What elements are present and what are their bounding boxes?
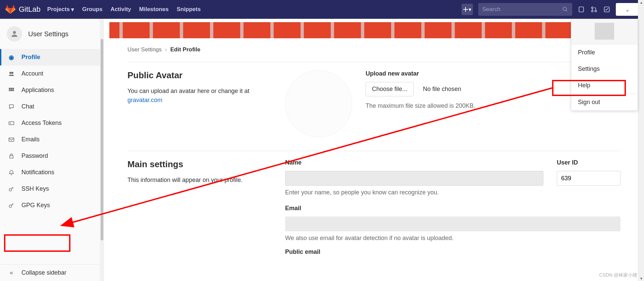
todos-icon[interactable] <box>603 6 610 13</box>
breadcrumb-current: Edit Profile <box>170 46 201 53</box>
merge-requests-icon[interactable] <box>590 6 598 13</box>
new-dropdown-button[interactable]: ▾ <box>462 4 473 15</box>
dropdown-help[interactable]: Help <box>571 77 638 94</box>
email-label: Email <box>285 205 621 212</box>
sidebar-item-access-tokens[interactable]: Access Tokens <box>0 115 104 131</box>
divider <box>127 62 621 62</box>
user-avatar-thumb <box>595 23 614 40</box>
collapse-icon: « <box>8 270 15 276</box>
svg-rect-12 <box>9 89 11 91</box>
svg-rect-14 <box>12 89 14 91</box>
lock-icon <box>8 153 15 159</box>
nav-snippets[interactable]: Snippets <box>177 6 201 13</box>
token-icon <box>8 120 15 127</box>
choose-file-button[interactable]: Choose file... <box>366 82 414 96</box>
name-help: Enter your name, so people you know can … <box>285 189 543 196</box>
sidebar-item-chat[interactable]: Chat <box>0 98 104 115</box>
file-status: No file chosen <box>423 86 461 93</box>
svg-point-0 <box>563 7 567 11</box>
chat-icon <box>8 103 15 110</box>
dropdown-profile[interactable]: Profile <box>571 44 638 61</box>
profile-icon: ◉ <box>8 54 15 61</box>
top-navbar: GitLab Projects ▾ Groups Activity Milest… <box>0 0 644 19</box>
public-email-label: Public email <box>285 248 621 255</box>
key-icon <box>8 186 15 192</box>
chevron-down-icon: ▾ <box>71 6 74 13</box>
search-input[interactable] <box>482 6 562 13</box>
email-field[interactable] <box>285 217 621 231</box>
name-field[interactable] <box>285 171 543 186</box>
svg-point-6 <box>13 31 16 34</box>
dropdown-settings[interactable]: Settings <box>571 61 638 77</box>
svg-rect-17 <box>9 138 14 141</box>
userid-label: User ID <box>557 159 621 166</box>
broadcast-banner <box>109 22 639 38</box>
main-content: User Settings › Edit Profile Public Avat… <box>104 19 644 281</box>
user-dropdown-menu: Profile Settings Help Sign out <box>571 19 638 111</box>
apps-icon <box>8 87 15 94</box>
issues-icon[interactable] <box>578 6 585 13</box>
svg-rect-9 <box>9 88 11 89</box>
sidebar-item-applications[interactable]: Applications <box>0 82 104 98</box>
email-help: We also use email for avatar detection i… <box>285 235 621 242</box>
svg-point-4 <box>595 10 597 12</box>
sidebar-item-emails[interactable]: Emails <box>0 131 104 148</box>
userid-field[interactable] <box>557 171 621 186</box>
nav-projects[interactable]: Projects ▾ <box>47 6 74 13</box>
mail-icon <box>8 136 15 143</box>
public-avatar-title: Public Avatar <box>127 70 272 81</box>
sidebar-item-gpg-keys[interactable]: GPG Keys <box>0 197 104 214</box>
breadcrumb-separator: › <box>165 46 167 53</box>
sidebar-item-ssh-keys[interactable]: SSH Keys <box>0 181 104 197</box>
svg-point-2 <box>592 7 593 9</box>
svg-rect-13 <box>11 89 12 91</box>
sidebar-item-profile[interactable]: ◉Profile <box>0 49 104 65</box>
watermark: CSDN @林家小猪 <box>599 272 637 278</box>
sidebar-title: User Settings <box>28 30 68 38</box>
sidebar-scrollbar[interactable] <box>100 19 104 281</box>
breadcrumb: User Settings › Edit Profile <box>127 46 621 53</box>
account-icon <box>8 71 15 77</box>
dropdown-signout[interactable]: Sign out <box>571 94 638 110</box>
sidebar-item-notifications[interactable]: Notifications <box>0 164 104 181</box>
brand-name: GitLab <box>19 5 41 14</box>
svg-point-8 <box>11 72 13 74</box>
key-icon <box>8 202 15 209</box>
nav-activity[interactable]: Activity <box>110 6 131 13</box>
search-icon <box>562 6 568 12</box>
primary-nav: Projects ▾ Groups Activity Milestones Sn… <box>47 6 462 13</box>
nav-groups[interactable]: Groups <box>82 6 102 13</box>
name-label: Name <box>285 159 543 166</box>
collapse-sidebar[interactable]: «Collapse sidebar <box>0 264 104 281</box>
settings-sidebar: User Settings ◉Profile Account Applicati… <box>0 19 104 281</box>
gravatar-link[interactable]: gravatar.com <box>127 97 162 103</box>
page-scrollbar[interactable]: ▲ ▼ <box>638 0 644 281</box>
gitlab-logo[interactable]: GitLab <box>5 4 41 14</box>
user-avatar-icon <box>7 26 22 42</box>
chevron-down-icon: ⌄ <box>625 6 630 13</box>
sidebar-item-password[interactable]: Password <box>0 148 104 164</box>
main-settings-title: Main settings <box>127 159 272 170</box>
svg-rect-1 <box>579 7 583 12</box>
svg-rect-10 <box>11 88 12 89</box>
main-settings-desc: This information will appear on your pro… <box>127 176 272 185</box>
svg-rect-15 <box>9 122 14 125</box>
global-search[interactable] <box>478 3 572 16</box>
svg-point-16 <box>10 123 11 124</box>
public-avatar-desc: You can upload an avatar here or change … <box>127 87 272 105</box>
nav-milestones[interactable]: Milestones <box>139 6 169 13</box>
svg-rect-18 <box>10 155 13 158</box>
user-menu-button[interactable]: ⌄ <box>616 3 639 16</box>
sidebar-header: User Settings <box>0 19 104 49</box>
avatar-preview <box>285 70 352 137</box>
divider <box>127 151 621 151</box>
svg-point-7 <box>9 72 11 74</box>
top-right-tools: ▾ ⌄ <box>462 3 639 16</box>
breadcrumb-root[interactable]: User Settings <box>127 46 162 53</box>
svg-point-3 <box>592 10 593 12</box>
tanuki-icon <box>5 4 15 14</box>
sidebar-item-account[interactable]: Account <box>0 65 104 82</box>
bell-icon <box>8 169 15 176</box>
svg-rect-11 <box>12 88 14 89</box>
dropdown-header <box>571 19 638 44</box>
